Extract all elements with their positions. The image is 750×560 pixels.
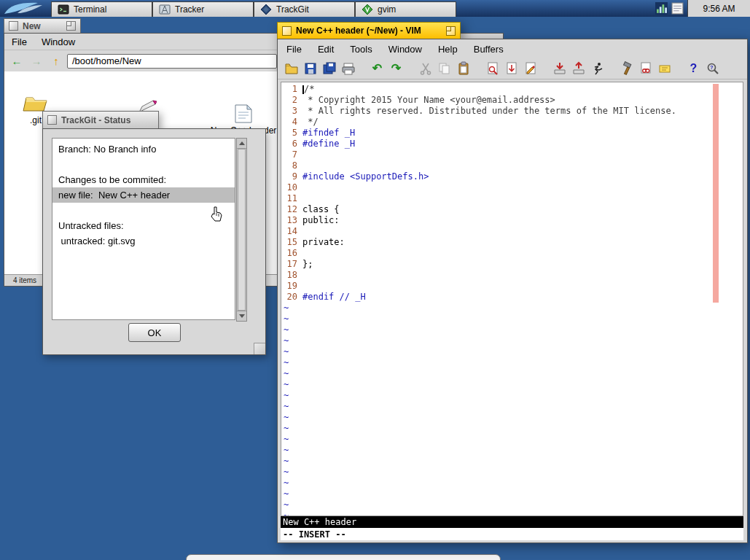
editor-line: 10 bbox=[281, 182, 743, 193]
replace-icon[interactable] bbox=[523, 61, 538, 77]
editor-line: 12class { bbox=[281, 204, 743, 215]
path-field[interactable]: /boot/home/New bbox=[67, 54, 277, 69]
menu-edit[interactable]: Edit bbox=[318, 44, 334, 55]
menu-buffers[interactable]: Buffers bbox=[474, 44, 504, 55]
run-ctags-icon[interactable] bbox=[638, 61, 653, 77]
resize-corner[interactable] bbox=[254, 343, 265, 354]
toolbar-separator bbox=[542, 69, 548, 69]
status-row[interactable] bbox=[52, 157, 235, 172]
copy-icon[interactable] bbox=[437, 61, 452, 77]
toolbar-separator bbox=[609, 69, 615, 69]
trackgit-window-tab[interactable]: TrackGit - Status bbox=[42, 111, 159, 128]
cut-icon[interactable] bbox=[418, 61, 433, 77]
forward-button[interactable]: → bbox=[28, 53, 45, 69]
editor-line: 2 * Copyright 2015 Your Name <your@email… bbox=[281, 95, 743, 106]
toolbar-separator bbox=[474, 69, 481, 69]
menu-file[interactable]: File bbox=[286, 44, 302, 55]
editor-tilde-line: ~ bbox=[281, 489, 743, 499]
editor-line: 14 bbox=[281, 226, 743, 237]
editor-tilde-line: ~ bbox=[281, 412, 743, 423]
menu-file[interactable]: File bbox=[12, 36, 27, 47]
close-box-icon[interactable] bbox=[9, 21, 18, 31]
scroll-up-arrow-icon[interactable] bbox=[237, 139, 246, 149]
editor-line: 4 */ bbox=[281, 117, 743, 128]
tag-jump-icon[interactable] bbox=[657, 61, 672, 77]
svg-text:?: ? bbox=[710, 65, 713, 70]
save-session-icon[interactable] bbox=[571, 61, 586, 77]
status-row[interactable]: untracked: git.svg bbox=[52, 233, 235, 249]
vertical-scrollbar[interactable] bbox=[236, 138, 247, 322]
editor-tilde-line: ~ bbox=[281, 434, 743, 445]
find-icon[interactable] bbox=[485, 61, 500, 77]
deskbar-tab-gvim[interactable]: gvim bbox=[355, 1, 456, 17]
ok-button[interactable]: OK bbox=[128, 323, 181, 342]
status-row[interactable]: Untracked files: bbox=[52, 218, 235, 233]
gvim-window-body: File Edit Tools Window Help Buffers ↶↷??… bbox=[277, 39, 748, 543]
trackgit-icon bbox=[260, 4, 272, 15]
zoom-box-icon[interactable] bbox=[446, 26, 456, 36]
load-session-icon[interactable] bbox=[552, 61, 567, 77]
status-row-selected[interactable]: new file: New C++ header bbox=[52, 187, 235, 203]
tracker-icon bbox=[159, 4, 171, 15]
status-row[interactable] bbox=[52, 203, 235, 218]
toolbar-separator bbox=[359, 69, 366, 69]
up-button[interactable]: ↑ bbox=[47, 53, 65, 69]
editor-tilde-line: ~ bbox=[281, 510, 743, 516]
trackgit-status-list[interactable]: Branch: No Branch infoChanges to be comm… bbox=[52, 138, 235, 320]
close-box-icon[interactable] bbox=[282, 26, 292, 36]
forward-arrow-icon: → bbox=[31, 55, 42, 67]
close-box-icon[interactable] bbox=[47, 115, 57, 125]
make-icon[interactable] bbox=[619, 61, 634, 77]
editor-line: 17}; bbox=[281, 259, 743, 270]
deskbar-tab-tracker[interactable]: Tracker bbox=[152, 1, 254, 17]
menu-help[interactable]: Help bbox=[438, 44, 458, 55]
back-button[interactable]: ← bbox=[8, 53, 26, 69]
text-cursor bbox=[302, 85, 304, 94]
status-row[interactable]: Branch: No Branch info bbox=[52, 141, 235, 157]
save-icon[interactable] bbox=[302, 61, 318, 77]
scrollbar-thumb[interactable] bbox=[238, 149, 246, 311]
editor-tilde-line: ~ bbox=[281, 467, 743, 478]
keymap-icon[interactable] bbox=[671, 2, 684, 15]
gvim-window-tab[interactable]: New C++ header (~/New) - VIM bbox=[277, 22, 461, 39]
editor-tilde-line: ~ bbox=[281, 499, 743, 510]
partial-window-bottom[interactable] bbox=[186, 554, 501, 560]
deskbar-tab-terminal[interactable]: Terminal bbox=[51, 1, 152, 17]
run-script-icon[interactable] bbox=[590, 61, 605, 77]
menu-window[interactable]: Window bbox=[42, 36, 75, 47]
status-row[interactable]: Changes to be commited: bbox=[52, 172, 235, 187]
process-controller-icon[interactable] bbox=[655, 2, 668, 15]
paste-icon[interactable] bbox=[456, 61, 471, 77]
find-next-icon[interactable] bbox=[504, 61, 519, 77]
editor-line: 11 bbox=[281, 193, 743, 204]
print-icon[interactable] bbox=[340, 61, 356, 77]
find-help-icon[interactable]: ? bbox=[705, 61, 720, 77]
toolbar-separator bbox=[407, 69, 414, 69]
editor-line: 18 bbox=[281, 270, 743, 281]
editor-tilde-line: ~ bbox=[281, 303, 743, 314]
path-text: /boot/home/New bbox=[72, 55, 141, 66]
vim-statusline: New C++ header bbox=[281, 516, 743, 528]
menu-tools[interactable]: Tools bbox=[350, 44, 372, 55]
editor-tilde-line: ~ bbox=[281, 423, 743, 434]
deskbar-tab-label: gvim bbox=[378, 4, 396, 15]
editor-tilde-line: ~ bbox=[281, 368, 743, 379]
zoom-box-icon[interactable] bbox=[66, 21, 76, 31]
tracker-window-tab[interactable]: New bbox=[4, 18, 81, 33]
menu-window[interactable]: Window bbox=[388, 44, 422, 55]
save-all-icon[interactable] bbox=[321, 61, 337, 77]
haiku-logo-icon[interactable] bbox=[0, 0, 51, 17]
vim-text-area[interactable]: 1/*2 * Copyright 2015 Your Name <your@em… bbox=[281, 82, 743, 516]
scroll-down-arrow-icon[interactable] bbox=[237, 311, 246, 321]
deskbar: Terminal Tracker TrackGit gvim bbox=[0, 0, 750, 17]
undo-icon[interactable]: ↶ bbox=[370, 61, 385, 77]
redo-icon[interactable]: ↷ bbox=[388, 61, 404, 77]
help-icon[interactable]: ? bbox=[686, 61, 701, 77]
item-count: 4 items bbox=[4, 275, 46, 286]
toolbar-separator bbox=[676, 69, 682, 69]
open-icon[interactable] bbox=[284, 61, 299, 77]
clock[interactable]: 9:56 AM bbox=[687, 0, 750, 17]
deskbar-tab-trackgit[interactable]: TrackGit bbox=[254, 1, 355, 17]
deskbar-tray: 9:56 AM bbox=[655, 0, 750, 17]
desktop: New File Window ← → ↑ /boot/home/New bbox=[0, 0, 750, 560]
